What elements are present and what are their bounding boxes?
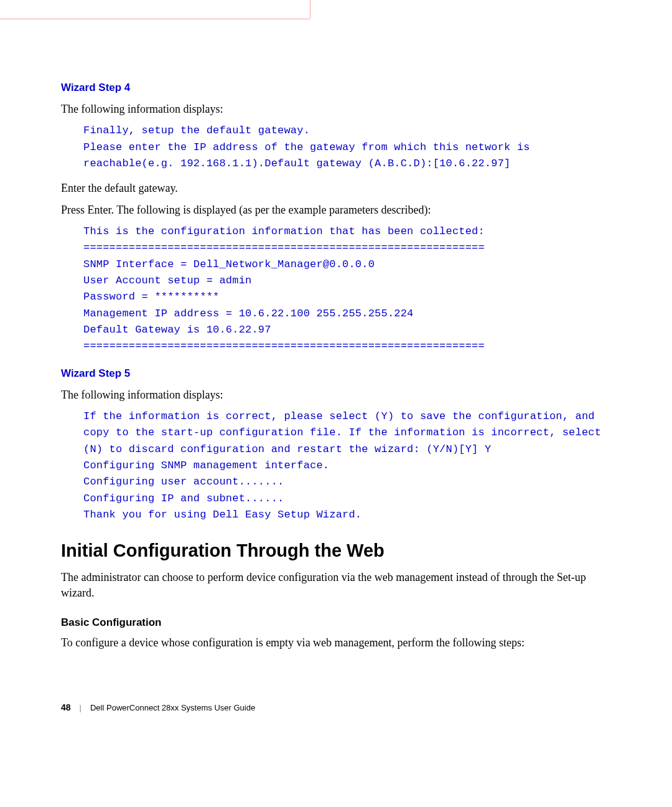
page-crop-mark-horizontal (0, 19, 310, 19)
wizard-step-5-header: Wizard Step 5 (61, 367, 615, 380)
enter-gateway-text: Enter the default gateway. (61, 181, 615, 196)
wizard-step-4-header: Wizard Step 4 (61, 82, 615, 94)
step4-code-block-2: This is the configuration information th… (83, 224, 615, 355)
page-footer: 48 | Dell PowerConnect 28xx Systems User… (61, 702, 255, 712)
page-number: 48 (61, 702, 71, 712)
configure-device-text: To configure a device whose configuratio… (61, 635, 615, 650)
footer-divider: | (80, 703, 82, 712)
page-crop-mark-vertical (310, 0, 310, 19)
basic-config-header: Basic Configuration (61, 616, 615, 629)
page-content: Wizard Step 4 The following information … (61, 82, 615, 656)
step5-code-block-1: If the information is correct, please se… (83, 408, 615, 523)
initial-config-heading: Initial Configuration Through the Web (61, 540, 615, 561)
info-displays-text-1: The following information displays: (61, 101, 615, 116)
footer-title: Dell PowerConnect 28xx Systems User Guid… (90, 703, 255, 712)
press-enter-text: Press Enter. The following is displayed … (61, 202, 615, 217)
step4-code-block-1: Finally, setup the default gateway. Plea… (83, 123, 615, 172)
info-displays-text-2: The following information displays: (61, 387, 615, 402)
admin-choose-text: The administrator can choose to perform … (61, 570, 615, 600)
